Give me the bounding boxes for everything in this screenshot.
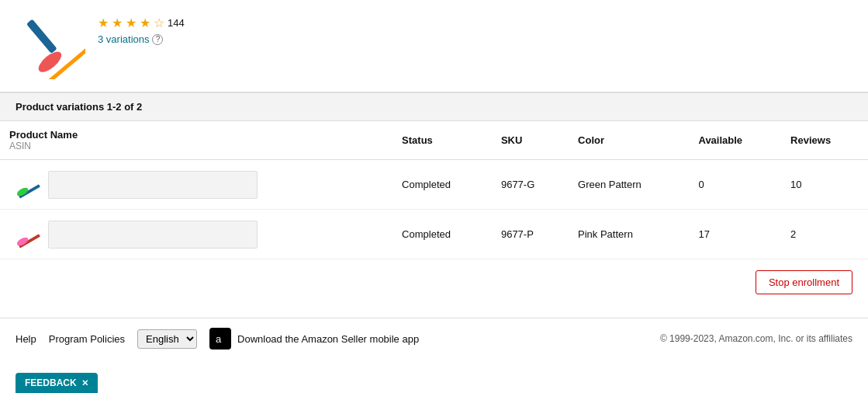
footer-copyright: © 1999-2023, Amazon.com, Inc. or its aff… <box>660 333 852 344</box>
variations-section: Product variations 1-2 of 2 Product Name… <box>0 92 868 318</box>
stop-enrollment-row: Stop enrollment <box>0 259 868 302</box>
program-policies-link[interactable]: Program Policies <box>49 333 125 345</box>
star-half: ☆ <box>154 16 164 30</box>
variations-link[interactable]: 3 variations ? <box>98 33 185 45</box>
language-select[interactable]: English <box>137 329 197 349</box>
app-store-icon[interactable]: a <box>209 328 231 350</box>
variations-heading: Product variations 1-2 of 2 <box>16 101 142 113</box>
sku-cell-2: 9677-P <box>492 210 569 259</box>
col-color: Color <box>569 121 689 160</box>
table-header-row: Product Name ASIN Status SKU Color Avail… <box>0 121 868 160</box>
available-cell-2: 17 <box>689 210 781 259</box>
product-row-image-1 <box>9 168 40 201</box>
footer-app: a Download the Amazon Seller mobile app <box>209 328 419 350</box>
color-cell-2: Pink Pattern <box>569 210 689 259</box>
status-cell-1: Completed <box>393 160 492 210</box>
app-download-label: Download the Amazon Seller mobile app <box>237 333 419 345</box>
star-4: ★ <box>140 16 150 30</box>
product-name-box-2 <box>48 221 258 249</box>
product-name-cell-1 <box>0 160 393 210</box>
stop-enrollment-button[interactable]: Stop enrollment <box>756 270 852 294</box>
product-name-cell-2 <box>0 210 393 259</box>
col-available: Available <box>689 121 781 160</box>
reviews-cell-2: 2 <box>781 210 868 259</box>
variations-table: Product Name ASIN Status SKU Color Avail… <box>0 121 868 259</box>
variations-info-icon[interactable]: ? <box>152 34 163 45</box>
star-1: ★ <box>98 16 109 30</box>
col-product-name: Product Name ASIN <box>0 121 393 160</box>
variations-header: Product variations 1-2 of 2 <box>0 92 868 121</box>
star-3: ★ <box>126 16 137 30</box>
variations-label: 3 variations <box>98 33 149 45</box>
top-section: ★ ★ ★ ★ ☆ 144 3 variations ? <box>0 0 868 92</box>
svg-text:a: a <box>216 333 222 345</box>
star-rating: ★ ★ ★ ★ ☆ 144 <box>98 16 185 30</box>
color-cell-1: Green Pattern <box>569 160 689 210</box>
sku-cell-1: 9677-G <box>492 160 569 210</box>
footer-left: Help Program Policies English a Download… <box>16 328 419 350</box>
svg-rect-1 <box>26 19 57 54</box>
product-name-box-1 <box>48 171 258 199</box>
table-row: Completed 9677-G Green Pattern 0 10 <box>0 160 868 210</box>
product-info: ★ ★ ★ ★ ☆ 144 3 variations ? <box>98 9 185 45</box>
product-row-image-2 <box>9 217 40 251</box>
star-2: ★ <box>112 16 123 30</box>
col-reviews: Reviews <box>781 121 868 160</box>
main-product-image <box>16 9 85 79</box>
status-cell-2: Completed <box>393 210 492 259</box>
reviews-cell-1: 10 <box>781 160 868 210</box>
help-link[interactable]: Help <box>16 333 36 345</box>
review-count: 144 <box>168 17 185 29</box>
col-sku: SKU <box>492 121 569 160</box>
footer: Help Program Policies English a Download… <box>0 318 868 359</box>
available-cell-1: 0 <box>689 160 781 210</box>
col-status: Status <box>393 121 492 160</box>
table-row: Completed 9677-P Pink Pattern 17 2 <box>0 210 868 259</box>
